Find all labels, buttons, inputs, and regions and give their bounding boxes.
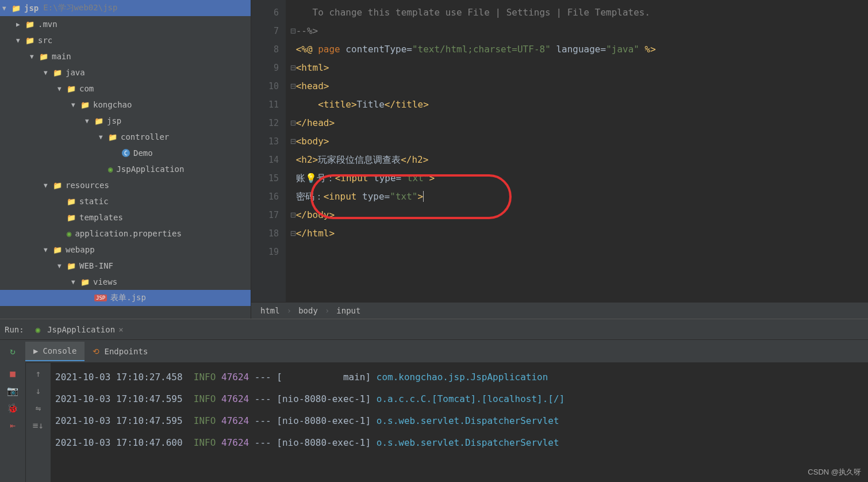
breadcrumb-item[interactable]: html — [260, 306, 280, 315]
log-line: 2021-10-03 17:10:47.600 INFO 47624 --- [… — [55, 432, 863, 454]
watermark: CSDN @执久呀 — [808, 467, 861, 477]
log-line: 2021-10-03 17:10:27.458 INFO 47624 --- [… — [55, 366, 863, 388]
chevron-right-icon: › — [325, 306, 329, 315]
expand-icon[interactable] — [71, 278, 78, 286]
tree-item[interactable]: CDemo — [0, 145, 251, 161]
jsp-icon: JSP — [94, 294, 107, 301]
tree-label: com — [79, 84, 94, 93]
expand-icon[interactable] — [44, 69, 51, 76]
class-icon: C — [122, 149, 130, 157]
expand-icon[interactable] — [99, 133, 106, 141]
tree-label: java — [66, 68, 85, 77]
expand-icon[interactable] — [30, 53, 37, 60]
folder-icon: 📁 — [108, 133, 117, 141]
expand-icon[interactable] — [16, 21, 23, 28]
tree-item[interactable]: 📁main — [0, 48, 251, 64]
folder-icon: 📁 — [67, 262, 76, 270]
spring-icon: ◉ — [108, 165, 113, 174]
line-number: 6 — [258, 3, 279, 22]
console-output[interactable]: 2021-10-03 17:10:27.458 INFO 47624 --- [… — [51, 363, 868, 482]
soft-wrap-button[interactable]: ⇋ — [30, 400, 47, 416]
tree-item[interactable]: ◉application.properties — [0, 225, 251, 242]
scroll-to-end-button[interactable]: ≡↓ — [30, 417, 47, 433]
line-number: 19 — [258, 243, 279, 261]
tab-label: Endpoints — [104, 347, 148, 356]
expand-icon[interactable] — [71, 101, 78, 109]
tree-label: WEB-INF — [79, 261, 113, 270]
folder-icon: 📁 — [53, 68, 62, 77]
tree-root[interactable]: 📁 jsp E:\学习web02\jsp — [0, 0, 251, 16]
intention-bulb-icon[interactable]: 💡 — [305, 173, 317, 183]
tree-item[interactable]: JSP表单.jsp — [0, 290, 251, 306]
expand-icon[interactable] — [44, 246, 51, 254]
tree-item[interactable]: 📁views — [0, 274, 251, 290]
line-number: 15 — [258, 169, 279, 188]
breadcrumb-item[interactable]: body — [298, 306, 318, 315]
expand-icon[interactable] — [2, 5, 9, 12]
tree-label: application.properties — [75, 229, 181, 238]
exit-button[interactable]: ⇤ — [5, 417, 21, 433]
log-line: 2021-10-03 17:10:47.595 INFO 47624 --- [… — [55, 388, 863, 410]
folder-icon: 📁 — [80, 101, 90, 109]
endpoints-icon: ⟲ — [93, 347, 99, 356]
tree-item[interactable]: 📁src — [0, 32, 251, 48]
tree-item[interactable]: 📁webapp — [0, 242, 251, 258]
expand-icon[interactable] — [57, 85, 64, 93]
tree-item[interactable]: 📁java — [0, 64, 251, 81]
rerun-button[interactable]: ↻ — [5, 343, 21, 359]
line-number: 10 — [258, 77, 279, 95]
close-icon[interactable]: × — [118, 325, 123, 334]
tree-label: kongchao — [93, 100, 132, 109]
tree-label: resources — [66, 181, 109, 190]
expand-icon[interactable] — [16, 37, 23, 44]
dump-threads-button[interactable]: 📷 — [5, 382, 21, 399]
tree-item[interactable]: 📁templates — [0, 209, 251, 225]
tree-item[interactable]: 📁resources — [0, 177, 251, 193]
tree-label: templates — [79, 213, 123, 222]
scroll-down-button[interactable]: ↓ — [30, 382, 47, 399]
tree-label: Demo — [133, 148, 153, 158]
scroll-up-button[interactable]: ↑ — [30, 365, 47, 381]
run-config-name: JspApplication — [47, 325, 115, 334]
run-label: Run: — [5, 325, 24, 334]
tree-item[interactable]: 📁jsp — [0, 113, 251, 129]
tree-label: src — [38, 36, 52, 45]
console-icon: ▶ — [33, 346, 38, 355]
folder-icon: 📁 — [53, 181, 62, 190]
run-toolbar-left: ■ 📷 🐞 ⇤ — [0, 363, 25, 482]
expand-icon[interactable] — [85, 117, 92, 125]
line-gutter[interactable]: 6 7 8 9 10 11 12 13 14 15 16 17 18 19 — [251, 0, 286, 302]
tree-item[interactable]: 📁.mvn — [0, 16, 251, 32]
line-number: 16 — [258, 188, 279, 206]
tree-item[interactable]: 📁static — [0, 193, 251, 209]
debug-button[interactable]: 🐞 — [5, 400, 21, 416]
folder-icon: 📁 — [25, 20, 34, 29]
spring-icon: ◉ — [67, 229, 71, 238]
folder-icon: 📁 — [11, 4, 21, 13]
line-number: 11 — [258, 95, 279, 114]
line-number: 9 — [258, 59, 279, 77]
breadcrumb-item[interactable]: input — [336, 306, 360, 315]
project-tree[interactable]: 📁 jsp E:\学习web02\jsp 📁.mvn📁src📁main📁java… — [0, 0, 251, 319]
log-line: 2021-10-03 17:10:47.595 INFO 47624 --- [… — [55, 410, 863, 432]
run-config-tab[interactable]: ◉ JspApplication × — [31, 323, 128, 336]
tree-label: static — [79, 197, 109, 206]
tree-label: views — [93, 277, 117, 286]
tree-item[interactable]: ◉JspApplication — [0, 161, 251, 177]
tree-item[interactable]: 📁WEB-INF — [0, 258, 251, 274]
tree-item[interactable]: 📁controller — [0, 129, 251, 145]
console-tab[interactable]: ▶ Console — [25, 342, 85, 361]
tree-item[interactable]: 📁com — [0, 81, 251, 97]
code-editor[interactable]: To change this template use File | Setti… — [286, 0, 868, 302]
expand-icon[interactable] — [57, 262, 64, 270]
line-number: 14 — [258, 151, 279, 169]
tree-label: JspApplication — [116, 165, 184, 174]
tree-label: 表单.jsp — [110, 293, 146, 303]
tree-item[interactable]: 📁kongchao — [0, 97, 251, 113]
stop-button[interactable]: ■ — [5, 365, 21, 381]
tree-label: jsp — [24, 3, 39, 13]
endpoints-tab[interactable]: ⟲ Endpoints — [85, 342, 156, 361]
breadcrumb[interactable]: html › body › input — [251, 302, 868, 319]
folder-icon: 📁 — [53, 246, 62, 254]
expand-icon[interactable] — [44, 182, 51, 189]
